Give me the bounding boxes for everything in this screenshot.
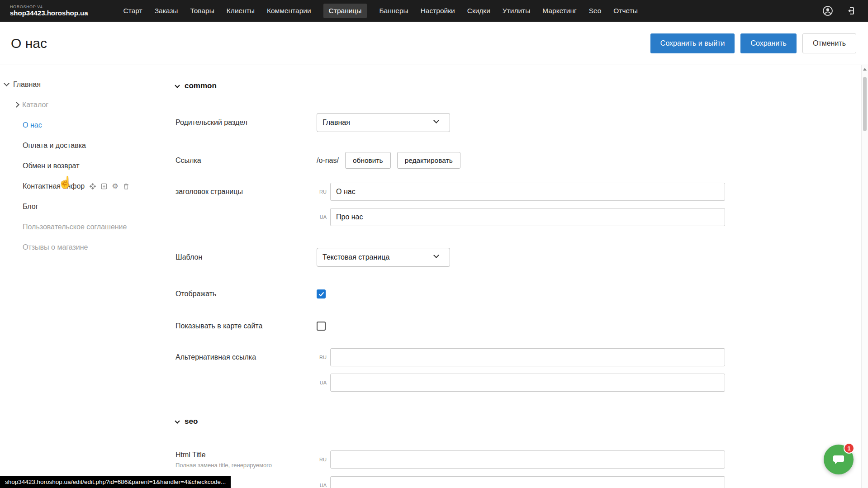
nav-banners[interactable]: Баннеры [379,7,408,15]
alt-link-ua-row: UA [175,374,725,392]
chevron-down-icon [175,83,180,88]
save-exit-button[interactable]: Сохранить и выйти [650,33,735,53]
template-select[interactable]: Текстовая страница [317,248,450,267]
page-header: О нас Сохранить и выйти Сохранить Отмени… [0,22,868,65]
content: Главная Каталог О нас Оплата и доставка … [0,65,868,488]
edit-link-button[interactable]: редактировать [397,152,460,169]
chevron-right-icon[interactable] [14,102,19,108]
lang-ua-label: UA [317,380,330,385]
nav-settings[interactable]: Настройки [421,7,455,15]
chevron-down-icon [433,252,439,258]
sidebar-item-contact[interactable]: Контактная инфор ⚙ [0,176,159,196]
sidebar-item-label: Отзывы о магазине [23,243,88,251]
parent-section-row: Родительский раздел Главная [175,113,450,132]
sidebar-item-label: Главная [13,81,41,89]
field-hint: Полная замена title, генерируемого [175,462,317,469]
nav-reports[interactable]: Отчеты [613,7,638,15]
nav-seo[interactable]: Seo [589,7,602,15]
html-title-ru-row: Html Title Полная замена title, генериру… [175,450,725,469]
chat-bubble-icon [831,452,846,467]
sidebar-item-home[interactable]: Главная [0,74,159,95]
display-row: Отображать [175,289,326,298]
field-label-block: Html Title Полная замена title, генериру… [175,451,317,469]
chevron-down-icon[interactable] [4,81,9,86]
main-nav: Старт Заказы Товары Клиенты Комментарии … [123,4,638,18]
alt-link-ua-input[interactable] [330,374,725,392]
link-row: Ссылка /o-nas/ обновить редактировать [175,152,460,169]
brand[interactable]: HOROSHOP V4 shop34423.horoshop.ua [10,5,88,17]
html-title-ua-row: UA [175,476,725,488]
tree-item-actions: ⚙ [89,183,129,190]
section-common[interactable]: common [175,81,217,90]
lang-ru-label: RU [317,189,330,194]
scrollbar-thumb[interactable] [863,77,867,131]
topbar: HOROSHOP V4 shop34423.horoshop.ua Старт … [0,0,868,22]
html-title-ua-input[interactable] [330,476,725,488]
logout-icon[interactable] [845,5,856,16]
sitemap-row: Показывать в карте сайта [175,322,326,331]
sidebar-item-payment[interactable]: Оплата и доставка [0,135,159,156]
field-label: Html Title [175,451,317,459]
nav-discounts[interactable]: Скидки [467,7,490,15]
nav-products[interactable]: Товары [190,7,214,15]
page-title-ru-input[interactable] [330,183,725,201]
template-row: Шаблон Текстовая страница [175,248,450,267]
nav-marketing[interactable]: Маркетинг [542,7,576,15]
cancel-button[interactable]: Отменить [802,33,856,53]
nav-utilities[interactable]: Утилиты [503,7,531,15]
topbar-right [822,5,856,17]
parent-section-select[interactable]: Главная [317,113,450,132]
nav-start[interactable]: Старт [123,7,142,15]
move-icon[interactable] [89,183,96,190]
sidebar-item-label: Блог [23,203,38,211]
gear-icon[interactable]: ⚙ [112,183,118,190]
section-title: seo [185,417,198,426]
scroll-up-icon[interactable] [863,68,867,71]
sidebar-item-blog[interactable]: Блог [0,196,159,217]
nav-comments[interactable]: Комментарии [267,7,311,15]
field-label: Показывать в карте сайта [175,322,317,330]
sidebar-item-agreement[interactable]: Пользовательское соглашение [0,217,159,237]
chat-widget-button[interactable]: 1 [824,445,854,474]
sitemap-checkbox[interactable] [317,322,326,331]
sidebar-item-reviews[interactable]: Отзывы о магазине [0,237,159,257]
sidebar-item-label: О нас [23,121,42,129]
html-title-ru-input[interactable] [330,450,725,469]
chevron-down-icon [175,418,180,423]
link-preview-statusbar: shop34423.horoshop.ua/edit/edit.php?id=6… [0,476,231,488]
field-label: Шаблон [175,253,317,261]
sidebar-item-label: Каталог [22,101,48,109]
vertical-scrollbar[interactable] [861,65,868,488]
display-checkbox[interactable] [317,289,326,298]
sidebar-item-label: Пользовательское соглашение [23,223,127,231]
field-label: заголовок страницы [175,188,317,196]
app-window: HOROSHOP V4 shop34423.horoshop.ua Старт … [0,0,868,488]
save-button[interactable]: Сохранить [740,33,797,53]
field-label: Родительский раздел [175,118,317,127]
sidebar-item-label: Оплата и доставка [23,142,86,150]
lang-ru-label: RU [317,457,330,462]
chevron-down-icon [433,118,439,123]
lang-ua-label: UA [317,214,330,220]
sidebar-item-label: Контактная инфор [23,182,85,190]
chat-unread-badge: 1 [844,443,854,454]
add-page-icon[interactable] [100,183,108,190]
select-value: Текстовая страница [323,253,389,261]
brand-domain: shop34423.horoshop.ua [10,9,88,17]
page-title-ua-input[interactable] [330,208,725,226]
nav-pages[interactable]: Страницы [323,4,367,18]
section-seo[interactable]: seo [175,417,198,426]
select-value: Главная [323,118,350,127]
sidebar-item-catalog[interactable]: Каталог [0,95,159,115]
page-title-ru-row: заголовок страницы RU [175,183,725,201]
alt-link-ru-input[interactable] [330,348,725,366]
sidebar-item-about[interactable]: О нас [0,115,159,135]
nav-clients[interactable]: Клиенты [227,7,255,15]
update-link-button[interactable]: обновить [345,152,391,169]
sidebar-item-exchange[interactable]: Обмен и возврат [0,156,159,176]
nav-orders[interactable]: Заказы [155,7,178,15]
trash-icon[interactable] [123,183,130,190]
link-path: /o-nas/ [317,156,339,165]
account-icon[interactable] [822,5,834,17]
sidebar-item-label: Обмен и возврат [23,162,79,170]
